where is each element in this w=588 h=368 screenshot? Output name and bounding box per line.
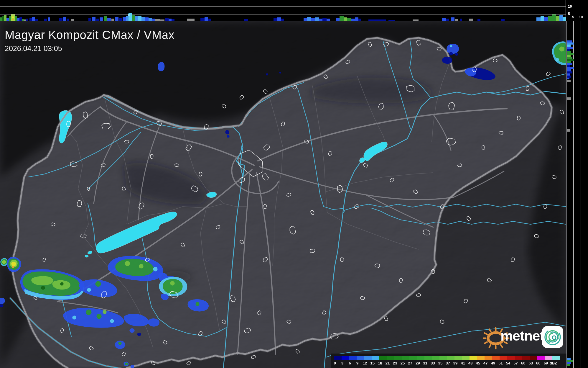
profile-column (541, 16, 544, 21)
legend-label: 21 (386, 361, 390, 365)
top-profile-svg (0, 0, 566, 21)
profile-row (567, 364, 570, 366)
radar-echo-cell (0, 305, 3, 307)
profile-row (567, 362, 571, 364)
right-axis-label-10: 10 (579, 15, 583, 19)
radar-echo-cell (130, 328, 134, 333)
legend-color-step (552, 356, 560, 360)
legend-color-step (409, 356, 417, 360)
legend-label: 63 (528, 361, 533, 365)
legend-color-step (507, 356, 515, 360)
legend-color-step (417, 356, 424, 360)
profile-row (567, 76, 571, 78)
legend-color-step (349, 356, 357, 360)
legend-color-step (424, 356, 432, 360)
radar-echo-cell (41, 286, 45, 290)
legend-color-step (537, 356, 545, 360)
profile-row (567, 65, 570, 67)
right-axis-label-5: 5 (572, 15, 574, 19)
sun-ray (489, 345, 491, 347)
legend-label: 45 (476, 361, 480, 365)
profile-column (15, 16, 17, 21)
legend-color-step (470, 356, 477, 360)
legend-color-step (462, 356, 470, 360)
legend-color-step (515, 356, 523, 360)
legend-label: 35 (438, 361, 442, 365)
legend-label: 39 (453, 361, 457, 365)
legend-label: 12 (363, 361, 367, 365)
radar-echo-cell (225, 130, 229, 134)
radar-echo-cell (125, 261, 130, 266)
legend-color-step (439, 356, 447, 360)
radar-echo-cell (139, 264, 143, 268)
radar-echo-cell (449, 52, 453, 55)
legend-color-step (432, 356, 439, 360)
profile-column (126, 16, 129, 21)
profile-column (123, 17, 126, 21)
app-spiral-icon (542, 326, 564, 348)
legend-label: 3 (341, 361, 343, 365)
legend-label: 66 (536, 361, 540, 365)
profile-ground-line (0, 21, 588, 21)
legend-color-step (372, 356, 379, 360)
profile-row (567, 67, 574, 69)
top-axis-label-10: 10 (568, 5, 572, 8)
legend-label: 43 (468, 361, 472, 365)
profile-row (567, 40, 572, 42)
profile-row (567, 80, 571, 82)
profile-row (567, 129, 570, 132)
dbz-legend: 0369121518212325272931333537394143454749… (331, 354, 566, 368)
radar-echo-cell (559, 47, 564, 51)
legend-color-step (357, 356, 364, 360)
radar-echo-cell (279, 72, 281, 73)
legend-labels-row: 0369121518212325272931333537394143454749… (334, 361, 560, 366)
radar-echo-cell (118, 342, 121, 345)
profile-row (567, 358, 571, 360)
profile-column (307, 17, 311, 21)
profile-column (340, 16, 344, 21)
legend-color-step (447, 356, 454, 360)
legend-color-step (485, 356, 492, 360)
legend-color-step (545, 356, 553, 360)
profile-column (552, 14, 556, 21)
radar-echo-cell (153, 267, 157, 271)
radar-echo-cell (0, 298, 5, 304)
profile-row (567, 42, 574, 45)
top-profile-strip (0, 0, 566, 21)
legend-label: 27 (408, 361, 412, 365)
profile-row (567, 55, 571, 57)
radar-echo-cell (73, 316, 76, 319)
radar-echo-cell (447, 44, 459, 54)
profile-column (141, 17, 145, 21)
radar-echo-cell (196, 302, 199, 306)
right-profile-echoes (567, 40, 574, 366)
legend-color-step (522, 356, 530, 360)
page-title: Magyar Kompozit CMax / VMax (5, 28, 174, 42)
legend-label: 69 (544, 361, 548, 365)
legend-label: 31 (423, 361, 427, 365)
legend-color-step (394, 356, 402, 360)
radar-echo-cell (95, 281, 101, 287)
profile-column (548, 16, 552, 21)
legend-color-step (477, 356, 485, 360)
radar-echo-cell (131, 365, 134, 368)
radar-composite-screen: 10 5 5 10 Magyar Kompozit CMax / VMax 20… (0, 0, 588, 368)
legend-label: dBZ (550, 361, 557, 365)
sun-ray (489, 329, 491, 332)
profile-row (567, 78, 569, 79)
radar-echo-cell (556, 58, 559, 61)
radar-echo-cell (125, 363, 128, 365)
radar-echo-cell (32, 276, 53, 285)
profile-row (567, 59, 574, 61)
legend-label: 47 (483, 361, 487, 365)
map-svg (0, 21, 566, 368)
radar-echo-cell (86, 310, 91, 315)
profile-column (556, 16, 559, 21)
radar-echo-cell (97, 314, 101, 319)
legend-label: 23 (393, 361, 397, 365)
profile-row (567, 73, 570, 76)
legend-color-step (500, 356, 507, 360)
profile-column (132, 15, 135, 21)
radar-echo-cell (227, 135, 229, 138)
profile-row (567, 71, 572, 73)
